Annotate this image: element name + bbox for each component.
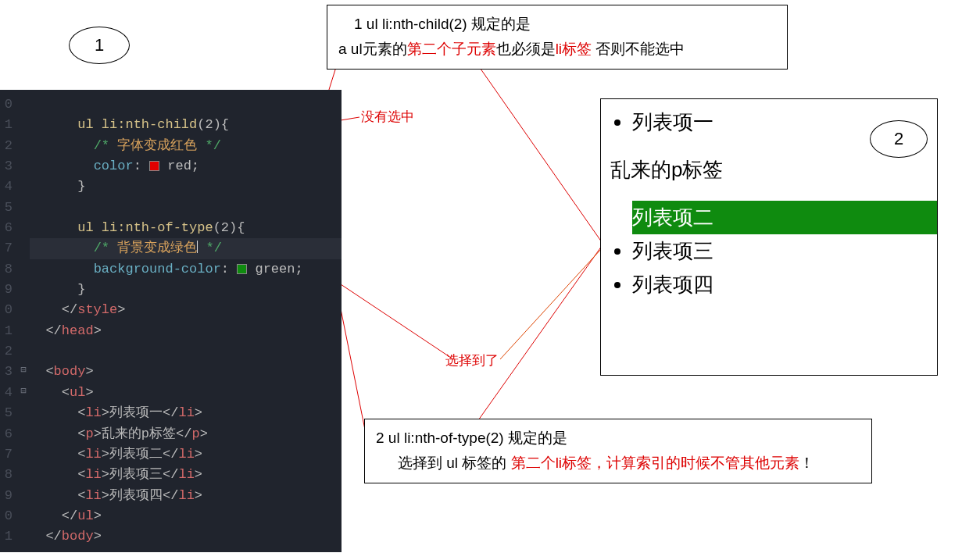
code-line: 1 </body> (0, 526, 342, 547)
annotation-not-selected: 没有选中 (361, 108, 414, 126)
code-line: 3 color: red; (0, 156, 342, 177)
code-line: 0 </ul> (0, 506, 342, 526)
note-top-line2: a ul元素的第二个子元素也必须是li标签 否则不能选中 (338, 37, 776, 62)
badge-one-label: 1 (95, 35, 104, 55)
code-line: 1 ul li:nth-child(2){ (0, 115, 342, 135)
color-swatch-green (237, 264, 247, 274)
note-bottom-line1: 2 ul li:nth-of-type(2) 规定的是 (376, 426, 860, 451)
note-bottom-line2: 选择到 ul 标签的 第二个li标签，计算索引的时候不管其他元素！ (376, 451, 860, 476)
svg-line-0 (477, 63, 602, 242)
output-item-2: 列表项二 (632, 201, 937, 234)
badge-two: 2 (870, 120, 928, 158)
code-line: 7 <li>列表项二</li> (0, 444, 342, 465)
code-line: 6 <p>乱来的p标签</p> (0, 424, 342, 444)
code-line: 4⊟ <ul> (0, 383, 342, 403)
note-top: 1 ul li:nth-child(2) 规定的是 a ul元素的第二个子元素也… (327, 5, 788, 70)
code-line: 1 </head> (0, 321, 342, 341)
code-line-active: 7 /* 背景变成绿色 */ (0, 238, 342, 259)
code-line: 0 </style> (0, 300, 342, 320)
code-line: 6 ul li:nth-of-type(2){ (0, 218, 342, 238)
color-swatch-red (149, 161, 159, 171)
note-top-line1: 1 ul li:nth-child(2) 规定的是 (338, 12, 776, 37)
svg-line-4 (500, 248, 602, 359)
badge-one: 1 (69, 27, 130, 64)
badge-two-label: 2 (894, 129, 903, 149)
output-item-4: 列表项四 (632, 268, 937, 301)
code-editor[interactable]: 0 1 ul li:nth-child(2){ 2 /* 字体变成红色 */ 3… (0, 90, 342, 552)
svg-line-1 (469, 246, 602, 433)
output-p: 乱来的p标签 (610, 156, 937, 184)
code-line: 5 <li>列表项一</li> (0, 403, 342, 423)
code-line: 9 <li>列表项四</li> (0, 486, 342, 506)
code-line: 8 background-color: green; (0, 259, 342, 280)
note-bottom: 2 ul li:nth-of-type(2) 规定的是 选择到 ul 标签的 第… (364, 419, 872, 483)
code-line: 9 } (0, 280, 342, 300)
code-line: 3⊟ <body> (0, 362, 342, 382)
output-item-3: 列表项三 (632, 234, 937, 268)
code-line: 2 /* 字体变成红色 */ (0, 136, 342, 156)
annotation-selected: 选择到了 (445, 351, 499, 369)
code-line: 8 <li>列表项三</li> (0, 465, 342, 485)
code-line: 4 } (0, 177, 342, 197)
output-list-cont: 列表项二 列表项三 列表项四 (601, 201, 937, 301)
